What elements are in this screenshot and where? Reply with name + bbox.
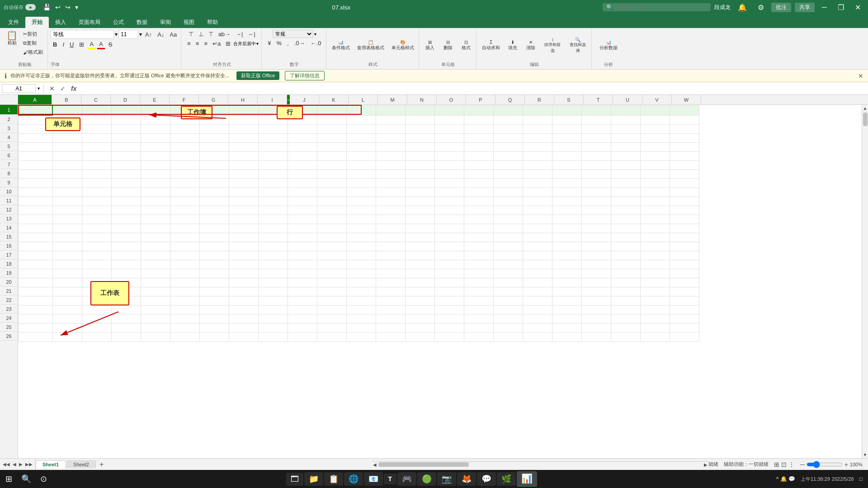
cell-D19[interactable]: [111, 269, 141, 278]
cell-O26[interactable]: [434, 332, 464, 341]
font-size-input[interactable]: [118, 30, 138, 39]
cell-K1[interactable]: [317, 105, 346, 115]
merge-center-arrow[interactable]: ▾: [256, 41, 259, 46]
cell-F7[interactable]: [170, 160, 199, 169]
cell-O17[interactable]: [434, 251, 464, 260]
taskbar-app-browser[interactable]: 🌐: [344, 472, 363, 486]
cell-L7[interactable]: [346, 160, 376, 169]
cell-P22[interactable]: [464, 296, 493, 305]
cell-Q24[interactable]: [493, 314, 523, 323]
cell-J14[interactable]: [288, 224, 317, 233]
cell-M5[interactable]: [376, 142, 405, 151]
row-num-24[interactable]: 24: [0, 314, 18, 323]
tab-formulas[interactable]: 公式: [107, 17, 130, 28]
cell-M25[interactable]: [376, 323, 405, 332]
cell-O6[interactable]: [434, 151, 464, 160]
cell-reference-input[interactable]: A1: [2, 84, 36, 93]
cell-C14[interactable]: [82, 224, 111, 233]
cell-C24[interactable]: [82, 314, 111, 323]
cell-I18[interactable]: [258, 260, 288, 269]
cell-U4[interactable]: [611, 133, 640, 142]
cell-H22[interactable]: [229, 296, 258, 305]
cell-S10[interactable]: [552, 188, 581, 197]
cell-M7[interactable]: [376, 160, 405, 169]
cell-G7[interactable]: [199, 160, 229, 169]
cell-F3[interactable]: [170, 124, 199, 133]
cell-J6[interactable]: [288, 151, 317, 160]
row-num-21[interactable]: 21: [0, 286, 18, 296]
cell-M1[interactable]: [376, 105, 405, 115]
percent-btn[interactable]: %: [274, 39, 284, 47]
col-header-A[interactable]: A: [18, 95, 52, 104]
cell-B3[interactable]: [52, 124, 82, 133]
cell-D12[interactable]: [111, 206, 141, 215]
cell-Q19[interactable]: [493, 269, 523, 278]
cell-R24[interactable]: [523, 314, 552, 323]
cell-V2[interactable]: [640, 115, 670, 124]
cell-K8[interactable]: [317, 169, 346, 178]
taskbar-app-mail[interactable]: 📧: [364, 472, 383, 486]
cell-C22[interactable]: [82, 296, 111, 305]
cell-C2[interactable]: [82, 115, 111, 124]
col-header-K[interactable]: K: [319, 95, 349, 104]
cell-P19[interactable]: [464, 269, 493, 278]
cell-D20[interactable]: [111, 278, 141, 287]
cell-N5[interactable]: [405, 142, 434, 151]
cell-V15[interactable]: [640, 233, 670, 242]
number-format-arrow[interactable]: ▾: [314, 32, 316, 37]
cell-G15[interactable]: [199, 233, 229, 242]
cell-K19[interactable]: [317, 269, 346, 278]
scroll-prev-sheet[interactable]: ◀: [12, 461, 17, 468]
cell-A8[interactable]: [19, 169, 52, 178]
cell-A23[interactable]: [19, 305, 52, 314]
horizontal-scrollbar[interactable]: ◀ ▶: [372, 459, 708, 470]
cell-S13[interactable]: [552, 215, 581, 224]
cell-P6[interactable]: [464, 151, 493, 160]
cell-I25[interactable]: [258, 323, 288, 332]
cell-W18[interactable]: [670, 260, 699, 269]
cell-H4[interactable]: [229, 133, 258, 142]
cell-T19[interactable]: [581, 269, 611, 278]
cell-P23[interactable]: [464, 305, 493, 314]
cell-K12[interactable]: [317, 206, 346, 215]
cell-I2[interactable]: [258, 115, 288, 124]
cell-N23[interactable]: [405, 305, 434, 314]
row-num-7[interactable]: 7: [0, 160, 18, 169]
cell-F23[interactable]: [170, 305, 199, 314]
cell-V7[interactable]: [640, 160, 670, 169]
cell-V3[interactable]: [640, 124, 670, 133]
cell-P13[interactable]: [464, 215, 493, 224]
cell-J8[interactable]: [288, 169, 317, 178]
cell-Q15[interactable]: [493, 233, 523, 242]
cell-F4[interactable]: [170, 133, 199, 142]
cell-K15[interactable]: [317, 233, 346, 242]
taskbar-app-firefox[interactable]: 🦊: [457, 472, 476, 486]
cell-T23[interactable]: [581, 305, 611, 314]
vertical-scrollbar[interactable]: ▲ ▼: [862, 105, 868, 458]
cell-F2[interactable]: [170, 115, 199, 124]
cell-V22[interactable]: [640, 296, 670, 305]
cell-U1[interactable]: [611, 105, 640, 115]
cell-Q20[interactable]: [493, 278, 523, 287]
cell-J21[interactable]: [288, 287, 317, 296]
cell-K18[interactable]: [317, 260, 346, 269]
cell-H5[interactable]: [229, 142, 258, 151]
cell-W3[interactable]: [670, 124, 699, 133]
cell-Q9[interactable]: [493, 178, 523, 188]
col-header-C[interactable]: C: [81, 95, 111, 104]
cell-K24[interactable]: [317, 314, 346, 323]
cell-Q5[interactable]: [493, 142, 523, 151]
cell-S23[interactable]: [552, 305, 581, 314]
cell-P9[interactable]: [464, 178, 493, 188]
paste-button[interactable]: 📋 粘贴: [5, 30, 19, 47]
cell-G6[interactable]: [199, 151, 229, 160]
cell-B1[interactable]: [52, 105, 82, 115]
cell-L14[interactable]: [346, 224, 376, 233]
cell-style-button[interactable]: 🎨 单元格样式: [390, 39, 416, 52]
cell-N26[interactable]: [405, 332, 434, 341]
cell-U3[interactable]: [611, 124, 640, 133]
cell-B9[interactable]: [52, 178, 82, 188]
cell-A10[interactable]: [19, 188, 52, 197]
cell-C25[interactable]: [82, 323, 111, 332]
cell-L6[interactable]: [346, 151, 376, 160]
